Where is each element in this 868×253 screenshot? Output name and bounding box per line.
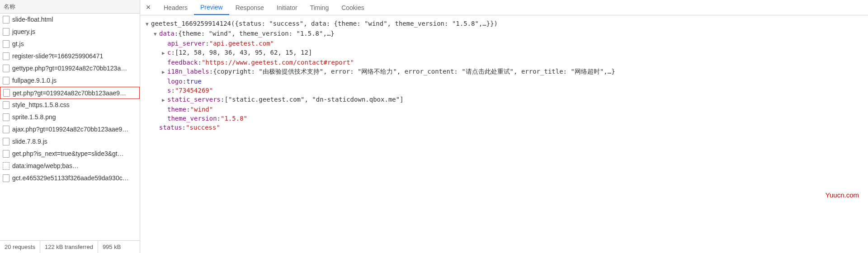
close-icon[interactable]: ×: [143, 2, 154, 13]
callback-name: geetest_1669259914124: [151, 19, 231, 28]
request-name: gettype.php?gt=019924a82c70bb123a…: [12, 65, 127, 72]
request-row[interactable]: register-slide?t=1669259906471: [0, 50, 140, 62]
request-row[interactable]: data:image/webp;bas…: [0, 160, 140, 172]
request-row[interactable]: get.php?gt=019924a82c70bb123aae9…: [0, 87, 140, 99]
file-icon: [3, 150, 9, 158]
file-icon: [3, 65, 9, 72]
watermark: Yuucn.com: [826, 191, 859, 199]
file-icon: [3, 40, 9, 48]
request-row[interactable]: gt.js: [0, 38, 140, 50]
request-row[interactable]: slide.7.8.9.js: [0, 136, 140, 148]
footer-requests: 20 requests: [0, 241, 40, 253]
request-name: gt.js: [12, 40, 24, 47]
preview-panel[interactable]: geetest_1669259914124({status: "success"…: [140, 15, 868, 253]
request-name: get.php?is_next=true&type=slide3&gt…: [12, 150, 124, 157]
file-icon: [3, 162, 9, 170]
file-icon: [3, 113, 9, 121]
request-name: get.php?gt=019924a82c70bb123aae9…: [13, 89, 126, 97]
request-row[interactable]: ajax.php?gt=019924a82c70bb123aae9…: [0, 123, 140, 136]
file-icon: [3, 28, 9, 36]
file-icon: [3, 89, 10, 97]
request-row[interactable]: sprite.1.5.8.png: [0, 111, 140, 123]
tab-headers[interactable]: Headers: [157, 0, 194, 15]
file-icon: [3, 138, 9, 145]
network-sidebar: 名称 slide-float.htmljquery.jsgt.jsregiste…: [0, 0, 140, 253]
request-row[interactable]: jquery.js: [0, 26, 140, 38]
request-name: style_https.1.5.8.css: [12, 101, 70, 108]
file-icon: [3, 16, 9, 23]
request-row[interactable]: fullpage.9.1.0.js: [0, 75, 140, 87]
expand-icon[interactable]: [154, 30, 158, 39]
request-name: gct.e465329e51133f326aade59da930c…: [12, 174, 129, 182]
expand-icon[interactable]: [146, 20, 150, 29]
sidebar-footer: 20 requests 122 kB transferred 995 kB: [0, 240, 140, 253]
request-name: register-slide?t=1669259906471: [12, 52, 103, 60]
request-row[interactable]: style_https.1.5.8.css: [0, 99, 140, 111]
tab-preview[interactable]: Preview: [194, 0, 229, 15]
request-name: slide-float.html: [12, 16, 53, 23]
file-icon: [3, 52, 9, 60]
main-panel: × HeadersPreviewResponseInitiatorTimingC…: [140, 0, 868, 253]
expand-icon[interactable]: [162, 96, 166, 105]
sidebar-header: 名称: [0, 0, 140, 14]
tab-timing[interactable]: Timing: [304, 0, 335, 15]
tab-initiator[interactable]: Initiator: [270, 0, 304, 15]
request-name: fullpage.9.1.0.js: [12, 77, 57, 84]
detail-tabs: × HeadersPreviewResponseInitiatorTimingC…: [140, 0, 868, 15]
file-icon: [3, 77, 9, 84]
expand-icon[interactable]: [162, 68, 166, 77]
request-name: jquery.js: [12, 28, 35, 35]
tab-cookies[interactable]: Cookies: [335, 0, 371, 15]
request-list[interactable]: slide-float.htmljquery.jsgt.jsregister-s…: [0, 14, 140, 240]
request-row[interactable]: slide-float.html: [0, 14, 140, 26]
request-name: sprite.1.5.8.png: [12, 113, 56, 121]
request-name: data:image/webp;bas…: [12, 162, 79, 169]
request-row[interactable]: gettype.php?gt=019924a82c70bb123a…: [0, 62, 140, 75]
file-icon: [3, 174, 9, 182]
request-name: ajax.php?gt=019924a82c70bb123aae9…: [12, 126, 128, 133]
footer-size: 995 kB: [98, 241, 125, 253]
file-icon: [3, 126, 9, 133]
file-icon: [3, 101, 9, 109]
expand-icon[interactable]: [162, 49, 166, 58]
request-name: slide.7.8.9.js: [12, 138, 47, 145]
request-row[interactable]: get.php?is_next=true&type=slide3&gt…: [0, 148, 140, 160]
tab-response[interactable]: Response: [229, 0, 270, 15]
request-row[interactable]: gct.e465329e51133f326aade59da930c…: [0, 172, 140, 184]
footer-transferred: 122 kB transferred: [40, 241, 98, 253]
